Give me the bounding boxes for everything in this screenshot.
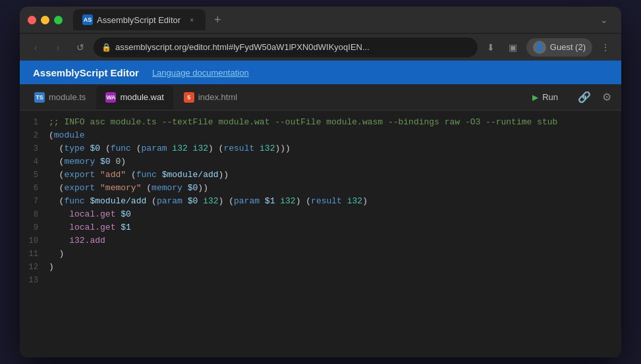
tab-module-wat[interactable]: WA module.wat [96,86,173,109]
code-line: 7 (func $module/add (param $0 i32) (para… [20,195,621,208]
code-line: 1 ;; INFO asc module.ts --textFile modul… [20,116,621,129]
code-line: 3 (type $0 (func (param i32 i32) (result… [20,142,621,155]
settings-icon-button[interactable]: ⚙ [598,88,616,107]
lock-icon: 🔒 [101,43,111,52]
sidebar-button[interactable]: ▣ [504,38,522,57]
download-button[interactable]: ⬇ [482,38,500,57]
app-header: AssemblyScript Editor Language documenta… [20,61,621,84]
tab-title: AssemblyScript Editor [97,15,181,25]
tab-label-module-wat: module.wat [120,92,163,102]
code-line: 11 ) [20,247,621,261]
toolbar-icons: 🔗 ⚙ [575,88,616,107]
minimize-traffic-light[interactable] [41,16,49,24]
user-account-button[interactable]: 👤 Guest (2) [526,38,592,57]
run-button[interactable]: ▶ Run [522,90,569,105]
code-line: 6 (export "memory" (memory $0)) [20,182,621,195]
code-line: 2 (module [20,129,621,142]
code-editor[interactable]: 1 ;; INFO asc module.ts --textFile modul… [20,111,621,357]
address-bar-row: ‹ › ↺ 🔒 assemblyscript.org/editor.html#l… [20,33,621,61]
code-line: 10 i32.add [20,234,621,247]
run-icon: ▶ [532,93,538,102]
ts-file-icon: TS [34,92,45,103]
more-options-button[interactable]: ⋮ [596,38,615,57]
title-bar: AS AssemblyScript Editor × + ⌄ [20,7,621,33]
close-traffic-light[interactable] [28,16,36,24]
address-url: assemblyscript.org/editor.html#lyFydW50a… [115,42,470,52]
browser-window: AS AssemblyScript Editor × + ⌄ ‹ › ↺ 🔒 a… [20,7,621,357]
new-tab-button[interactable]: + [208,11,227,29]
code-line: 8 local.get $0 [20,208,621,221]
tab-label-module-ts: module.ts [49,92,86,102]
tab-label-index-html: index.html [198,92,237,102]
window-menu-button[interactable]: ⌄ [595,11,613,29]
tab-favicon: AS [82,14,93,25]
app-title: AssemblyScript Editor [33,67,139,78]
code-line: 4 (memory $0 0) [20,155,621,169]
tab-close-button[interactable]: × [187,15,196,24]
user-icon: 👤 [533,41,546,54]
tab-index-html[interactable]: 5 index.html [175,86,246,109]
html-file-icon: 5 [184,92,194,103]
link-icon-button[interactable]: 🔗 [575,88,594,107]
browser-tab[interactable]: AS AssemblyScript Editor × [73,9,206,30]
run-label: Run [542,92,558,102]
traffic-lights [28,16,63,24]
forward-button[interactable]: › [49,38,67,57]
code-line: 13 [20,274,621,287]
file-tabs-bar: TS module.ts WA module.wat 5 index.html … [20,84,621,111]
wat-file-icon: WA [105,92,116,103]
maximize-traffic-light[interactable] [54,16,63,24]
address-bar[interactable]: 🔒 assemblyscript.org/editor.html#lyFydW5… [94,38,478,57]
code-line: 5 (export "add" (func $module/add)) [20,169,621,182]
reload-button[interactable]: ↺ [71,38,90,57]
code-line: 12 ) [20,261,621,274]
tab-module-ts[interactable]: TS module.ts [25,86,95,109]
browser-tab-bar: AS AssemblyScript Editor × + [73,9,590,30]
code-line: 9 local.get $1 [20,221,621,234]
language-docs-link[interactable]: Language documentation [152,68,249,78]
back-button[interactable]: ‹ [26,38,45,57]
user-label: Guest (2) [550,42,586,52]
